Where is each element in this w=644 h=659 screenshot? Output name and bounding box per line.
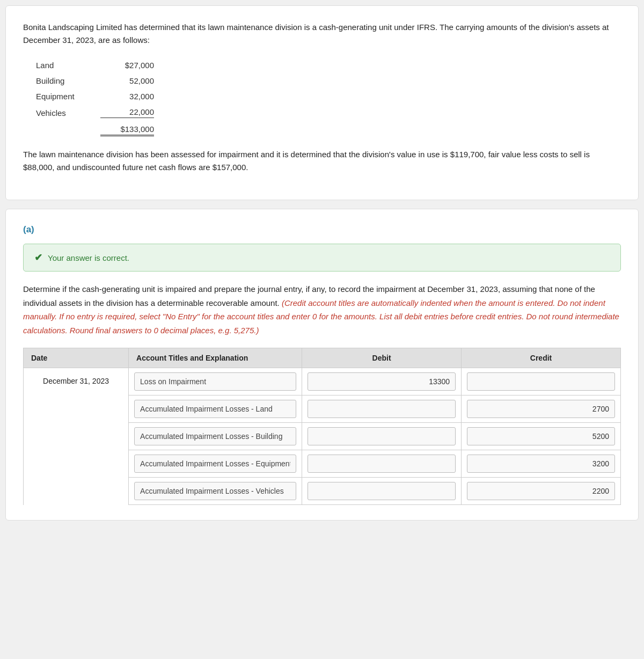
account-input-1[interactable] — [134, 400, 296, 418]
debit-input-3[interactable] — [308, 455, 456, 473]
table-header-row: Date Account Titles and Explanation Debi… — [24, 348, 621, 368]
debit-cell-4 — [302, 478, 462, 505]
account-input-0[interactable] — [134, 372, 296, 391]
entry-date: December 31, 2023 — [43, 377, 109, 385]
col-credit: Credit — [462, 348, 621, 368]
asset-label-vehicles: Vehicles — [36, 108, 100, 118]
asset-label-land: Land — [36, 61, 100, 70]
asset-value-vehicles: 22,000 — [100, 107, 154, 118]
credit-cell-4 — [462, 478, 621, 505]
credit-input-2[interactable] — [467, 427, 615, 445]
debit-cell-3 — [302, 450, 462, 478]
col-debit: Debit — [302, 348, 462, 368]
part-a-card: (a) ✔ Your answer is correct. Determine … — [5, 209, 639, 521]
assessment-text: The lawn maintenance division has been a… — [23, 148, 621, 174]
table-row: December 31, 2023 — [24, 368, 621, 396]
credit-input-4[interactable] — [467, 482, 615, 500]
account-cell-1 — [129, 396, 302, 423]
account-input-3[interactable] — [134, 455, 296, 473]
account-cell-0 — [129, 368, 302, 396]
asset-row-building: Building 52,000 — [36, 73, 621, 89]
instruction-text: Determine if the cash-generating unit is… — [23, 282, 621, 337]
account-cell-2 — [129, 423, 302, 450]
asset-value-total: $133,000 — [100, 125, 154, 136]
debit-cell-1 — [302, 396, 462, 423]
date-cell: December 31, 2023 — [24, 368, 129, 505]
credit-cell-1 — [462, 396, 621, 423]
debit-cell-2 — [302, 423, 462, 450]
problem-card: Bonita Landscaping Limited has determine… — [5, 5, 639, 200]
asset-table: Land $27,000 Building 52,000 Equipment 3… — [36, 57, 621, 140]
credit-cell-3 — [462, 450, 621, 478]
asset-row-equipment: Equipment 32,000 — [36, 89, 621, 104]
account-input-2[interactable] — [134, 427, 296, 445]
account-cell-3 — [129, 450, 302, 478]
asset-value-building: 52,000 — [100, 76, 154, 85]
credit-input-3[interactable] — [467, 455, 615, 473]
correct-message: Your answer is correct. — [48, 253, 129, 262]
debit-input-2[interactable] — [308, 427, 456, 445]
col-account: Account Titles and Explanation — [129, 348, 302, 368]
credit-input-0[interactable] — [467, 372, 615, 391]
account-cell-4 — [129, 478, 302, 505]
part-a-label: (a) — [23, 224, 621, 235]
debit-cell-0 — [302, 368, 462, 396]
asset-label-building: Building — [36, 76, 100, 85]
credit-input-1[interactable] — [467, 400, 615, 418]
intro-text: Bonita Landscaping Limited has determine… — [23, 21, 621, 47]
checkmark-icon: ✔ — [34, 252, 42, 263]
debit-input-4[interactable] — [308, 482, 456, 500]
asset-label-equipment: Equipment — [36, 92, 100, 101]
asset-value-land: $27,000 — [100, 61, 154, 70]
debit-input-0[interactable] — [308, 372, 456, 391]
correct-banner: ✔ Your answer is correct. — [23, 244, 621, 272]
credit-cell-0 — [462, 368, 621, 396]
journal-table: Date Account Titles and Explanation Debi… — [23, 348, 621, 505]
credit-cell-2 — [462, 423, 621, 450]
debit-input-1[interactable] — [308, 400, 456, 418]
asset-value-equipment: 32,000 — [100, 92, 154, 101]
asset-row-total: $133,000 — [36, 121, 621, 140]
asset-row-vehicles: Vehicles 22,000 — [36, 104, 621, 121]
col-date: Date — [24, 348, 129, 368]
asset-row-land: Land $27,000 — [36, 57, 621, 73]
account-input-4[interactable] — [134, 482, 296, 500]
